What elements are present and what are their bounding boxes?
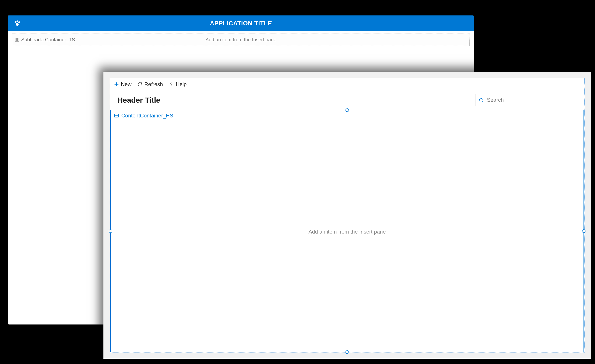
subheader-hint: Add an item from the Insert pane [12, 37, 469, 43]
new-button[interactable]: New [114, 81, 132, 87]
content-container-selected[interactable]: ContentContainer_HS Add an item from the… [110, 110, 584, 352]
search-box[interactable] [475, 94, 579, 106]
search-input[interactable] [487, 97, 576, 103]
screen-canvas[interactable]: New Refresh Help Header Title [110, 78, 585, 352]
app-title-bar: APPLICATION TITLE [8, 15, 474, 31]
subheader-container[interactable]: SubheaderContainer_TS Add an item from t… [12, 34, 470, 46]
svg-line-10 [482, 101, 483, 102]
help-icon [169, 82, 174, 87]
app-title: APPLICATION TITLE [8, 20, 474, 27]
content-area: ContentContainer_HS Add an item from the… [110, 110, 584, 352]
svg-point-9 [479, 98, 482, 101]
new-label: New [121, 81, 132, 87]
svg-point-8 [171, 86, 171, 86]
plus-icon [114, 82, 119, 87]
row-container-icon [114, 113, 119, 118]
resize-handle-bottom[interactable] [346, 350, 349, 354]
page-header-title: Header Title [117, 96, 160, 104]
content-container-name: ContentContainer_HS [121, 113, 173, 119]
header-row: Header Title [110, 89, 584, 110]
content-container-hint: Add an item from the Insert pane [111, 229, 583, 235]
refresh-label: Refresh [144, 81, 163, 87]
help-label: Help [176, 81, 187, 87]
resize-handle-left[interactable] [109, 229, 112, 233]
refresh-button[interactable]: Refresh [137, 81, 163, 87]
refresh-icon [137, 82, 142, 87]
content-container-label: ContentContainer_HS [111, 110, 583, 121]
resize-handle-right[interactable] [582, 229, 586, 233]
help-button[interactable]: Help [169, 81, 187, 87]
front-designer-window: New Refresh Help Header Title [103, 72, 591, 359]
search-icon [479, 97, 484, 103]
resize-handle-top[interactable] [346, 108, 349, 112]
canvas: APPLICATION TITLE SubheaderContainer_TS … [0, 0, 595, 364]
command-bar: New Refresh Help [110, 78, 584, 89]
